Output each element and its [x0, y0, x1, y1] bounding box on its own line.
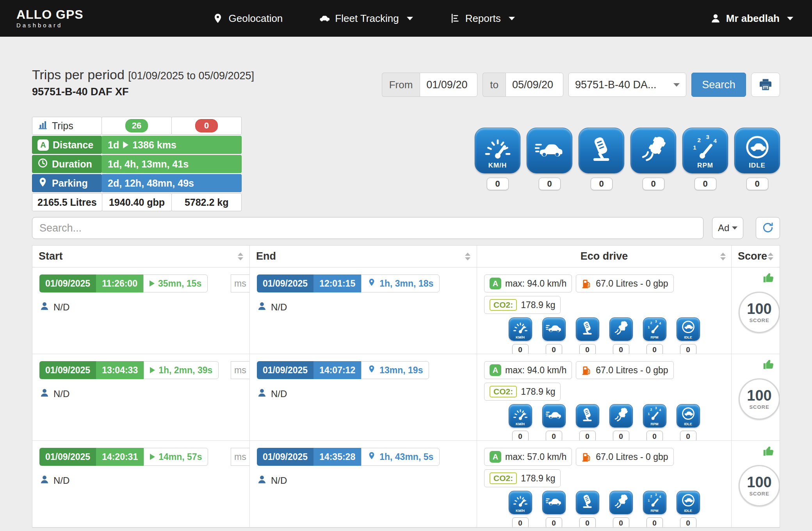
mini-eco-tile-speeding: 0 — [542, 317, 566, 354]
nav-item-fleet-tracking[interactable]: Fleet Tracking — [319, 12, 413, 25]
co2-chip: CO2: — [490, 386, 517, 397]
vehicle-select[interactable]: 95751-B-40 DA... — [568, 73, 686, 97]
start-duration-badge: 14mn, 57s — [144, 448, 208, 466]
kmh-icon — [483, 137, 513, 165]
rpm-icon: 1234 — [646, 495, 663, 511]
start-date-badge: 01/09/2025 — [39, 361, 96, 379]
header-start[interactable]: Start — [32, 246, 249, 267]
trip-end-cell: 01/09/202514:35:281h, 43mn, 5sN/D — [249, 441, 477, 527]
end-driver: N/D — [257, 388, 470, 400]
score-label: SCORE — [749, 404, 769, 410]
svg-text:2: 2 — [650, 321, 652, 325]
mini-eco-count: 0 — [512, 517, 529, 527]
kmh-icon — [512, 408, 529, 424]
score-value: 100 — [747, 388, 771, 403]
pedal-icon — [579, 408, 596, 424]
sort-icon[interactable] — [720, 253, 726, 260]
co2-total: 5782.2 kg — [171, 193, 242, 211]
to-label: to — [483, 73, 506, 97]
driver-icon — [257, 301, 267, 314]
page-titles: Trips per period [01/09/2025 to 05/09/20… — [32, 67, 254, 98]
fuel-pump-icon — [581, 365, 592, 376]
mini-eco-count: 0 — [546, 344, 562, 354]
mini-eco-tile-idle: IDLE0 — [677, 317, 700, 354]
print-button[interactable] — [751, 73, 780, 97]
idle-icon — [680, 495, 696, 511]
brand[interactable]: ALLO GPS Dashboard — [16, 8, 84, 28]
nav-items: Geolocation Fleet Tracking Reports — [212, 12, 515, 25]
header-score[interactable]: Score — [731, 246, 780, 267]
nav-item-geolocation[interactable]: Geolocation — [212, 12, 283, 25]
score-cell: 100SCORE — [731, 267, 780, 354]
user-menu[interactable]: Mr abedlah — [710, 12, 793, 25]
eco-tile-idle[interactable]: IDLE0 — [734, 128, 780, 190]
end-driver: N/D — [257, 301, 470, 314]
trips-label-cell: Trips — [32, 117, 102, 135]
eco-mini-tiles: KM/H00001234RPM0IDLE0 — [484, 317, 724, 354]
eco-tile-count: 0 — [643, 178, 664, 190]
eco-tile-pedal[interactable]: 0 — [579, 128, 624, 190]
sort-icon[interactable] — [465, 253, 470, 260]
car-icon — [319, 13, 329, 24]
mini-eco-count: 0 — [646, 517, 663, 527]
end-time-badge: 14:35:28 — [313, 448, 361, 466]
play-icon — [150, 280, 155, 287]
header-end[interactable]: End — [249, 246, 477, 267]
ad-dropdown-button[interactable]: Ad — [712, 217, 743, 239]
brand-title: ALLO GPS — [16, 8, 84, 21]
mini-eco-tile-rpm: 1234RPM0 — [643, 491, 666, 527]
eco-tile-skid[interactable]: 0 — [630, 128, 676, 190]
skid-icon — [613, 495, 629, 511]
refresh-button[interactable] — [756, 217, 780, 239]
pin-icon — [367, 365, 376, 376]
table-row[interactable]: 01/09/202511:26:0035mn, 15smsN/D01/09/20… — [32, 267, 780, 354]
thumbs-up-icon — [762, 445, 775, 459]
speeding-icon — [546, 321, 562, 337]
skid-icon — [613, 321, 629, 337]
driver-icon — [39, 388, 50, 400]
trip-start-cell: 01/09/202513:04:331h, 2mn, 39smsN/D — [32, 354, 249, 440]
mini-eco-count: 0 — [680, 517, 696, 527]
to-date-input[interactable] — [506, 73, 563, 97]
mini-eco-tile-rpm: 1234RPM0 — [643, 317, 666, 354]
eco-tile-kmh[interactable]: KM/H0 — [475, 128, 520, 190]
page-title: Trips per period [01/09/2025 to 05/09/20… — [32, 67, 254, 82]
pin-icon — [367, 278, 376, 289]
header-eco-drive[interactable]: Eco drive — [477, 246, 731, 267]
fuel-pump-icon — [581, 452, 592, 462]
mini-eco-count: 0 — [646, 431, 663, 440]
end-time-badge: 14:07:12 — [313, 361, 361, 379]
end-date-badge: 01/09/2025 — [257, 361, 313, 379]
mini-eco-tile-idle: IDLE0 — [677, 404, 700, 440]
clock-icon — [37, 158, 48, 171]
svg-text:2: 2 — [650, 408, 652, 412]
mini-eco-count: 0 — [646, 344, 663, 354]
acceleration-icon: A — [490, 364, 501, 376]
from-date-input[interactable] — [420, 73, 477, 97]
rpm-icon: 1234 — [691, 137, 720, 165]
start-driver: N/D — [39, 301, 242, 314]
nav-item-reports[interactable]: Reports — [449, 12, 515, 25]
score-cell: 100SCORE — [731, 354, 780, 440]
sort-icon[interactable] — [768, 253, 773, 260]
eco-tile-rpm[interactable]: 1234RPM0 — [682, 128, 728, 190]
mini-eco-count: 0 — [546, 431, 562, 440]
end-date-badge: 01/09/2025 — [257, 448, 313, 466]
sort-icon[interactable] — [238, 253, 243, 260]
trip-start-cell: 01/09/202511:26:0035mn, 15smsN/D — [32, 267, 249, 354]
speeding-icon — [546, 495, 562, 511]
search-input[interactable] — [32, 217, 703, 239]
thumbs-up-icon — [762, 358, 775, 372]
eco-tile-speeding[interactable]: 0 — [527, 128, 572, 190]
svg-text:1: 1 — [693, 144, 696, 151]
chevron-down-icon — [787, 17, 793, 20]
svg-text:1: 1 — [648, 498, 650, 502]
table-row[interactable]: 01/09/202514:20:3114mn, 57smsN/D01/09/20… — [32, 441, 780, 527]
speeding-icon — [535, 137, 564, 165]
eco-tile-count: 0 — [487, 178, 509, 190]
search-button[interactable]: Search — [691, 73, 746, 97]
trip-end-cell: 01/09/202514:07:1213mn, 19sN/D — [249, 354, 477, 440]
table-row[interactable]: 01/09/202513:04:331h, 2mn, 39smsN/D01/09… — [32, 354, 780, 441]
svg-text:4: 4 — [659, 321, 661, 325]
score-label: SCORE — [749, 317, 769, 323]
